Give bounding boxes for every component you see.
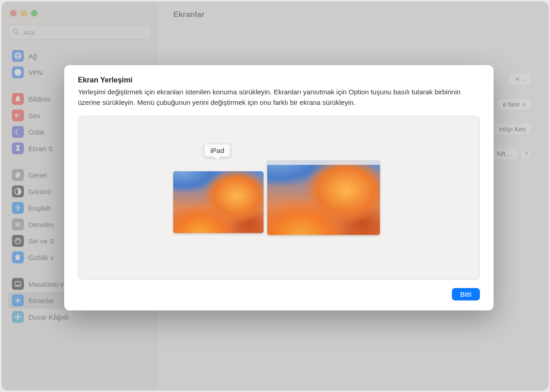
siri-icon: [12, 235, 24, 247]
night-shift-button[interactable]: hift…: [491, 148, 518, 160]
search-input[interactable]: [8, 25, 151, 39]
disconnect-button[interactable]: ıntıyı Kes: [493, 123, 532, 135]
modal-footer: Bitti: [78, 288, 480, 300]
minimize-window-button[interactable]: [21, 10, 27, 16]
close-window-button[interactable]: [10, 10, 16, 16]
pointer-popup[interactable]: e fare⇅: [497, 98, 532, 110]
svg-point-4: [17, 225, 18, 227]
globe-icon: [12, 50, 24, 62]
traffic-lights: [2, 6, 158, 25]
bell-icon: [12, 93, 24, 105]
sidebar-item-label: Görünü: [28, 188, 51, 196]
flower-icon: [12, 311, 24, 323]
sidebar-item-label: Siri ve S: [28, 237, 54, 245]
fullscreen-window-button[interactable]: [31, 10, 38, 16]
svg-point-1: [17, 205, 19, 207]
menubar-indicator[interactable]: [267, 160, 380, 165]
updown-icon: ⇅: [522, 102, 526, 107]
moon-icon: [12, 126, 24, 138]
hand-icon: [12, 251, 24, 263]
sidebar-item-globe[interactable]: Ağ: [8, 48, 151, 64]
sidebar-item-label: Duvar Kâğıdı: [28, 313, 69, 321]
titlebar: Ekranlar: [158, 2, 548, 27]
display-ipad[interactable]: [173, 171, 264, 233]
modal-title: Ekran Yerleşimi: [78, 76, 480, 84]
add-display-button[interactable]: +⌵: [509, 73, 532, 86]
display-tooltip: iPad: [204, 144, 231, 157]
svg-point-13: [19, 316, 21, 318]
svg-point-2: [16, 222, 17, 223]
page-title: Ekranlar: [173, 10, 204, 19]
svg-point-10: [17, 314, 19, 316]
sidebar-item-label: Bildirim: [28, 95, 51, 103]
globe-lock-icon: [12, 66, 24, 78]
sidebar-item-label: Ses: [28, 112, 40, 120]
sidebar-item-label: Denetim: [28, 221, 54, 229]
search-field[interactable]: [8, 25, 151, 39]
sidebar-item-flower[interactable]: Duvar Kâğıdı: [8, 309, 151, 325]
arrange-displays-modal: Ekran Yerleşimi Yerleşimi değiştirmek iç…: [64, 65, 494, 310]
dock-icon: [12, 278, 24, 290]
wallpaper-thumb-icon: [173, 171, 264, 233]
sidebar-item-label: Ekran S: [28, 145, 53, 152]
gear-icon: [12, 169, 24, 181]
sidebar-item-label: Erişileb: [28, 204, 51, 212]
svg-point-12: [15, 316, 17, 318]
wallpaper-thumb-icon: [267, 160, 380, 235]
svg-point-9: [17, 316, 19, 318]
svg-point-5: [15, 238, 21, 244]
sidebar-item-label: Odak: [28, 128, 45, 136]
accessibility-icon: [12, 202, 24, 214]
svg-rect-7: [16, 285, 20, 286]
hourglass-icon: [12, 142, 24, 154]
chevron-down-icon: ⌵: [522, 77, 525, 82]
sliders-icon: [12, 218, 24, 230]
sound-icon: [12, 109, 24, 121]
svg-point-8: [16, 299, 19, 302]
sidebar-item-label: VPN: [28, 69, 43, 76]
display-main[interactable]: [267, 160, 380, 235]
sidebar-item-label: Ağ: [28, 52, 37, 60]
appearance-icon: [12, 185, 24, 197]
brightness-icon: [12, 294, 24, 306]
modal-description: Yerleşimi değiştirmek için ekranları ist…: [78, 87, 480, 108]
svg-point-3: [19, 224, 20, 225]
sidebar-item-label: Genel: [28, 171, 47, 179]
sidebar-item-label: Ekranlar: [28, 297, 54, 305]
svg-point-11: [17, 318, 19, 320]
search-icon: [12, 28, 20, 36]
settings-window: AğVPNBildirimSesOdakEkran SGenelGörünüEr…: [2, 2, 548, 390]
display-arrangement-area[interactable]: iPad: [78, 116, 480, 280]
done-button[interactable]: Bitti: [452, 288, 480, 300]
help-button[interactable]: ?: [521, 148, 532, 159]
sidebar-item-label: Gizlilik v: [28, 254, 54, 261]
